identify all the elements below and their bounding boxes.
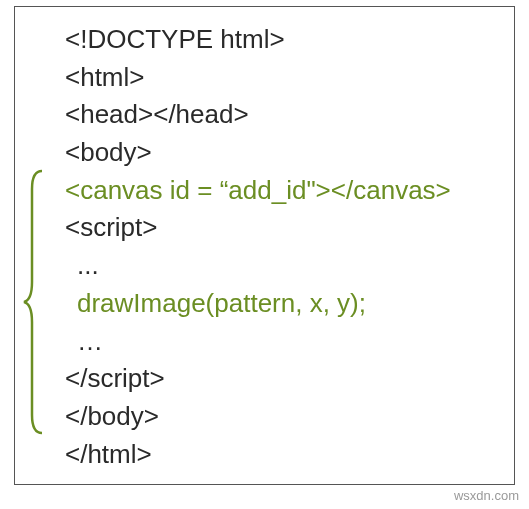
code-line: </body> — [65, 398, 496, 436]
code-line: </script> — [65, 360, 496, 398]
code-line: <html> — [65, 59, 496, 97]
code-line-highlighted: drawImage(pattern, x, y); — [65, 285, 496, 323]
code-line: <!DOCTYPE html> — [65, 21, 496, 59]
code-line: <script> — [65, 209, 496, 247]
code-line: … — [65, 323, 496, 361]
code-line: ... — [65, 247, 496, 285]
watermark: wsxdn.com — [454, 488, 519, 503]
code-line: <body> — [65, 134, 496, 172]
code-line-highlighted: <canvas id = “add_id"></canvas> — [65, 172, 496, 210]
code-line: <head></head> — [65, 96, 496, 134]
code-line: </html> — [65, 436, 496, 474]
code-snippet-box: <!DOCTYPE html> <html> <head></head> <bo… — [14, 6, 515, 485]
